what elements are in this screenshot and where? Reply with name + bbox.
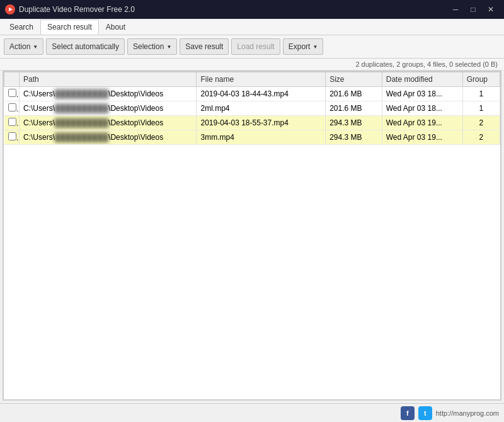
row-date: Wed Apr 03 18... bbox=[382, 87, 462, 101]
save-result-button[interactable]: Save result bbox=[180, 38, 229, 55]
row-path: C:\Users\██████████\Desktop\Videos bbox=[20, 87, 197, 101]
row-checkbox-cell bbox=[4, 130, 20, 145]
status-bar: 2 duplicates, 2 groups, 4 files, 0 selec… bbox=[0, 59, 504, 71]
row-filename: 2019-04-03 18-55-37.mp4 bbox=[197, 116, 326, 130]
row-checkbox[interactable] bbox=[8, 132, 16, 140]
close-button[interactable]: ✕ bbox=[483, 3, 499, 16]
row-checkbox-cell bbox=[4, 116, 20, 130]
row-group: 1 bbox=[462, 101, 500, 116]
tab-about[interactable]: About bbox=[99, 20, 132, 35]
action-button[interactable]: Action ▼ bbox=[4, 38, 43, 55]
table-row[interactable]: C:\Users\██████████\Desktop\Videos2019-0… bbox=[4, 116, 500, 130]
facebook-icon[interactable]: f bbox=[401, 406, 415, 420]
toolbar: Action ▼ Select automatically Selection … bbox=[0, 35, 504, 59]
selection-dropdown-arrow: ▼ bbox=[166, 44, 171, 50]
col-path[interactable]: Path bbox=[20, 72, 197, 87]
select-auto-label: Select automatically bbox=[52, 42, 119, 51]
bottom-bar: f t http://manyprog.com bbox=[0, 403, 504, 422]
save-result-label: Save result bbox=[185, 42, 223, 51]
row-size: 294.3 MB bbox=[326, 116, 382, 130]
table-container[interactable]: Path File name Size Date modified Group … bbox=[3, 71, 501, 400]
app-icon bbox=[5, 4, 15, 14]
export-dropdown-arrow: ▼ bbox=[312, 44, 318, 50]
load-result-button[interactable]: Load result bbox=[231, 38, 280, 55]
select-auto-button[interactable]: Select automatically bbox=[46, 38, 125, 55]
row-date: Wed Apr 03 19... bbox=[382, 116, 462, 130]
action-label: Action bbox=[9, 42, 30, 51]
export-label: Export bbox=[289, 42, 311, 51]
col-date[interactable]: Date modified bbox=[382, 72, 462, 87]
row-group: 2 bbox=[462, 130, 500, 145]
row-checkbox[interactable] bbox=[8, 103, 16, 111]
row-date: Wed Apr 03 18... bbox=[382, 101, 462, 116]
website-link[interactable]: http://manyprog.com bbox=[436, 409, 499, 417]
row-size: 201.6 MB bbox=[326, 87, 382, 101]
row-filename: 2019-04-03 18-44-43.mp4 bbox=[197, 87, 326, 101]
path-blurred-segment: ██████████ bbox=[55, 133, 108, 142]
path-blurred-segment: ██████████ bbox=[55, 89, 108, 98]
row-date: Wed Apr 03 19... bbox=[382, 130, 462, 145]
table-header-row: Path File name Size Date modified Group bbox=[4, 72, 500, 87]
content-area: Path File name Size Date modified Group … bbox=[3, 71, 501, 401]
col-group[interactable]: Group bbox=[462, 72, 500, 87]
row-filename: 2ml.mp4 bbox=[197, 101, 326, 116]
row-path: C:\Users\██████████\Desktop\Videos bbox=[20, 130, 197, 145]
row-path: C:\Users\██████████\Desktop\Videos bbox=[20, 116, 197, 130]
action-dropdown-arrow: ▼ bbox=[33, 44, 38, 50]
row-filename: 3mm.mp4 bbox=[197, 130, 326, 145]
row-group: 2 bbox=[462, 116, 500, 130]
row-group: 1 bbox=[462, 87, 500, 101]
minimize-button[interactable]: ─ bbox=[447, 3, 464, 16]
path-blurred-segment: ██████████ bbox=[55, 118, 108, 127]
window-controls: ─ □ ✕ bbox=[447, 3, 499, 16]
menu-bar: Search Search result About bbox=[0, 19, 504, 35]
title-bar-left: Duplicate Video Remover Free 2.0 bbox=[5, 4, 135, 14]
status-text: 2 duplicates, 2 groups, 4 files, 0 selec… bbox=[355, 60, 498, 68]
table-row[interactable]: C:\Users\██████████\Desktop\Videos2ml.mp… bbox=[4, 101, 500, 116]
load-result-label: Load result bbox=[237, 42, 274, 51]
row-size: 294.3 MB bbox=[326, 130, 382, 145]
row-checkbox[interactable] bbox=[8, 89, 16, 97]
tab-search[interactable]: Search bbox=[3, 20, 40, 35]
row-path: C:\Users\██████████\Desktop\Videos bbox=[20, 101, 197, 116]
row-size: 201.6 MB bbox=[326, 101, 382, 116]
twitter-icon[interactable]: t bbox=[418, 406, 432, 420]
main-content: Search Search result About Action ▼ Sele… bbox=[0, 19, 504, 422]
table-row[interactable]: C:\Users\██████████\Desktop\Videos2019-0… bbox=[4, 87, 500, 101]
table-row[interactable]: C:\Users\██████████\Desktop\Videos3mm.mp… bbox=[4, 130, 500, 145]
tab-search-result[interactable]: Search result bbox=[40, 20, 99, 35]
export-button[interactable]: Export ▼ bbox=[283, 38, 324, 55]
results-table: Path File name Size Date modified Group … bbox=[4, 72, 500, 145]
row-checkbox-cell bbox=[4, 87, 20, 101]
col-checkbox bbox=[4, 72, 20, 87]
col-filename[interactable]: File name bbox=[197, 72, 326, 87]
app-title: Duplicate Video Remover Free 2.0 bbox=[19, 5, 135, 14]
path-blurred-segment: ██████████ bbox=[55, 104, 108, 113]
col-size[interactable]: Size bbox=[326, 72, 382, 87]
row-checkbox[interactable] bbox=[8, 118, 16, 126]
selection-button[interactable]: Selection ▼ bbox=[127, 38, 177, 55]
title-bar: Duplicate Video Remover Free 2.0 ─ □ ✕ bbox=[0, 0, 504, 19]
maximize-button[interactable]: □ bbox=[465, 3, 481, 16]
row-checkbox-cell bbox=[4, 101, 20, 116]
selection-label: Selection bbox=[133, 42, 164, 51]
